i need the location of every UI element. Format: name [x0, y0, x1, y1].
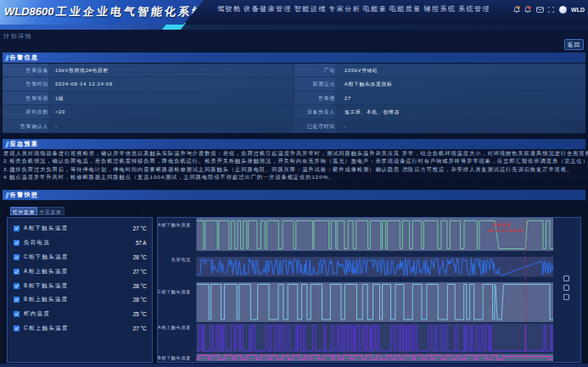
- svg-text:告警时间: 告警时间: [493, 222, 512, 228]
- svg-text:08-14 12:24:09: 08-14 12:24:09: [487, 228, 523, 233]
